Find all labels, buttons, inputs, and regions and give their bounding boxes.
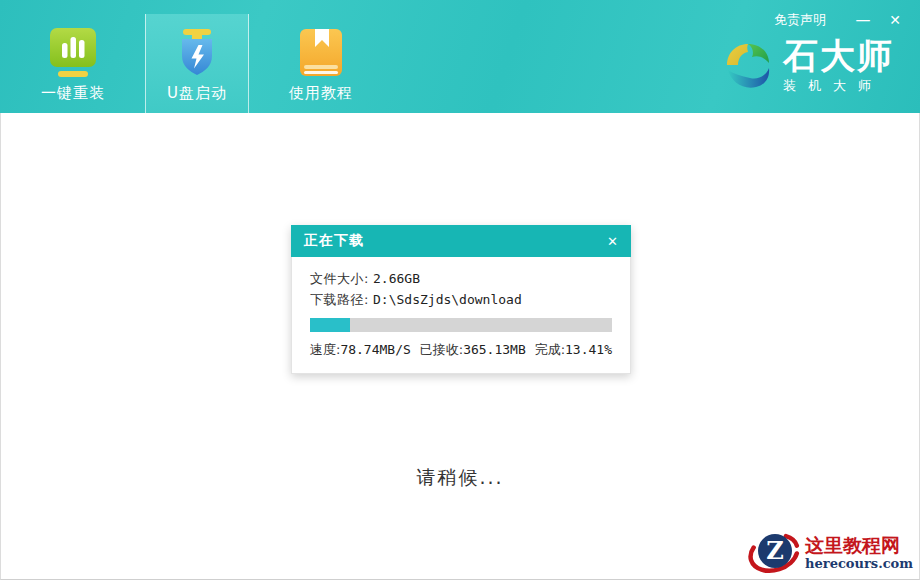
speed-stat: 速度:78.74MB/S (310, 341, 411, 359)
tab-bar: 一键重装 U盘启动 (21, 0, 393, 113)
z-globe-icon: Z (747, 526, 803, 578)
download-path-value: D:\SdsZjds\download (373, 292, 522, 307)
download-path-row: 下载路径: D:\SdsZjds\download (310, 289, 612, 310)
file-size-label: 文件大小: (310, 271, 369, 286)
dialog-body: 文件大小: 2.66GB 下载路径: D:\SdsZjds\download 速… (291, 257, 631, 374)
progress-fill (310, 318, 350, 332)
brand-subtitle: 装机大师 (783, 77, 894, 95)
book-icon (295, 26, 347, 78)
brand-name: 石大师 (783, 38, 894, 74)
swirl-logo-icon (721, 37, 775, 95)
download-path-label: 下载路径: (310, 292, 369, 307)
app-window: 一键重装 U盘启动 (0, 0, 920, 580)
header-right: 免责声明 — ✕ (721, 0, 920, 95)
tab-usb-boot[interactable]: U盘启动 (145, 14, 249, 113)
svg-text:Z: Z (766, 536, 784, 565)
brand-logo: 石大师 装机大师 (721, 37, 894, 95)
tab-tutorial[interactable]: 使用教程 (269, 14, 373, 113)
usb-shield-icon (171, 26, 223, 78)
main-content: 正在下载 ✕ 文件大小: 2.66GB 下载路径: D:\SdsZjds\dow… (0, 113, 920, 580)
tab-label: 使用教程 (289, 84, 353, 103)
watermark-site-domain: herecours.com (805, 556, 913, 571)
brand-text: 石大师 装机大师 (783, 38, 894, 95)
disclaimer-link[interactable]: 免责声明 (774, 11, 826, 29)
dialog-titlebar: 正在下载 ✕ (291, 225, 631, 257)
tab-label: U盘启动 (167, 84, 227, 103)
file-size-value: 2.66GB (373, 271, 420, 286)
tab-one-key-reinstall[interactable]: 一键重装 (21, 14, 125, 113)
watermark-text: 这里教程网 herecours.com (805, 534, 917, 571)
file-size-row: 文件大小: 2.66GB (310, 268, 612, 289)
done-stat: 完成:13.41% (535, 341, 612, 359)
status-text: 请稍候... (1, 465, 919, 491)
dialog-title: 正在下载 (304, 232, 364, 250)
progress-bar (310, 318, 612, 332)
tab-label: 一键重装 (41, 84, 105, 103)
bar-chart-icon (47, 26, 99, 78)
received-stat: 已接收:365.13MB (420, 341, 526, 359)
download-dialog: 正在下载 ✕ 文件大小: 2.66GB 下载路径: D:\SdsZjds\dow… (291, 225, 631, 374)
window-controls: 免责声明 — ✕ (774, 11, 920, 29)
download-stats: 速度:78.74MB/S 已接收:365.13MB 完成:13.41% (310, 341, 612, 359)
minimize-button[interactable]: — (852, 11, 874, 29)
close-button[interactable]: ✕ (884, 12, 906, 28)
watermark-site-name: 这里教程网 (805, 534, 913, 556)
watermark-logo: Z 这里教程网 herecours.com (747, 526, 917, 578)
app-header: 一键重装 U盘启动 (0, 0, 920, 113)
dialog-close-icon[interactable]: ✕ (607, 234, 618, 249)
